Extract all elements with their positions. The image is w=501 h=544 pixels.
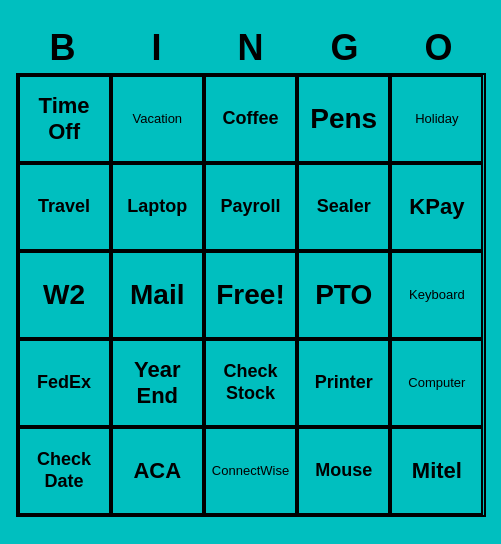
cell-text: FedEx	[37, 372, 91, 394]
header-letter: N	[204, 27, 298, 69]
cell-r1-c2: Payroll	[204, 163, 297, 251]
cell-r1-c1: Laptop	[111, 163, 204, 251]
cell-text: YearEnd	[134, 357, 181, 410]
cell-r1-c4: KPay	[390, 163, 483, 251]
cell-r4-c4: Mitel	[390, 427, 483, 515]
cell-text: KPay	[409, 194, 464, 220]
bingo-header: BINGO	[16, 27, 486, 69]
cell-text: Vacation	[132, 111, 182, 127]
cell-r4-c1: ACA	[111, 427, 204, 515]
cell-r0-c4: Holiday	[390, 75, 483, 163]
cell-text: ConnectWise	[212, 463, 289, 479]
cell-text: Mitel	[412, 458, 462, 484]
header-letter: G	[298, 27, 392, 69]
cell-r4-c0: CheckDate	[18, 427, 111, 515]
cell-text: Mouse	[315, 460, 372, 482]
cell-r4-c3: Mouse	[297, 427, 390, 515]
cell-text: Laptop	[127, 196, 187, 218]
cell-text: Pens	[310, 102, 377, 136]
header-letter: B	[16, 27, 110, 69]
cell-r2-c4: Keyboard	[390, 251, 483, 339]
cell-text: Travel	[38, 196, 90, 218]
bingo-grid: TimeOffVacationCoffeePensHolidayTravelLa…	[16, 73, 486, 517]
cell-text: PTO	[315, 278, 372, 312]
cell-r3-c4: Computer	[390, 339, 483, 427]
cell-text: ACA	[133, 458, 181, 484]
cell-r0-c1: Vacation	[111, 75, 204, 163]
cell-r3-c3: Printer	[297, 339, 390, 427]
cell-r0-c3: Pens	[297, 75, 390, 163]
cell-r3-c2: CheckStock	[204, 339, 297, 427]
cell-r3-c1: YearEnd	[111, 339, 204, 427]
cell-text: Sealer	[317, 196, 371, 218]
cell-r3-c0: FedEx	[18, 339, 111, 427]
cell-text: Printer	[315, 372, 373, 394]
cell-r1-c3: Sealer	[297, 163, 390, 251]
header-letter: O	[392, 27, 486, 69]
bingo-card: BINGO TimeOffVacationCoffeePensHolidayTr…	[16, 27, 486, 517]
cell-text: Free!	[216, 278, 284, 312]
cell-r2-c3: PTO	[297, 251, 390, 339]
cell-text: CheckStock	[223, 361, 277, 404]
cell-text: Keyboard	[409, 287, 465, 303]
cell-text: Holiday	[415, 111, 458, 127]
cell-r2-c1: Mail	[111, 251, 204, 339]
header-letter: I	[110, 27, 204, 69]
cell-text: CheckDate	[37, 449, 91, 492]
cell-text: Mail	[130, 278, 184, 312]
cell-r2-c2: Free!	[204, 251, 297, 339]
cell-text: Coffee	[222, 108, 278, 130]
cell-r2-c0: W2	[18, 251, 111, 339]
cell-text: W2	[43, 278, 85, 312]
cell-r0-c2: Coffee	[204, 75, 297, 163]
cell-text: Payroll	[220, 196, 280, 218]
cell-r0-c0: TimeOff	[18, 75, 111, 163]
cell-r1-c0: Travel	[18, 163, 111, 251]
cell-r4-c2: ConnectWise	[204, 427, 297, 515]
cell-text: TimeOff	[39, 93, 90, 146]
cell-text: Computer	[408, 375, 465, 391]
